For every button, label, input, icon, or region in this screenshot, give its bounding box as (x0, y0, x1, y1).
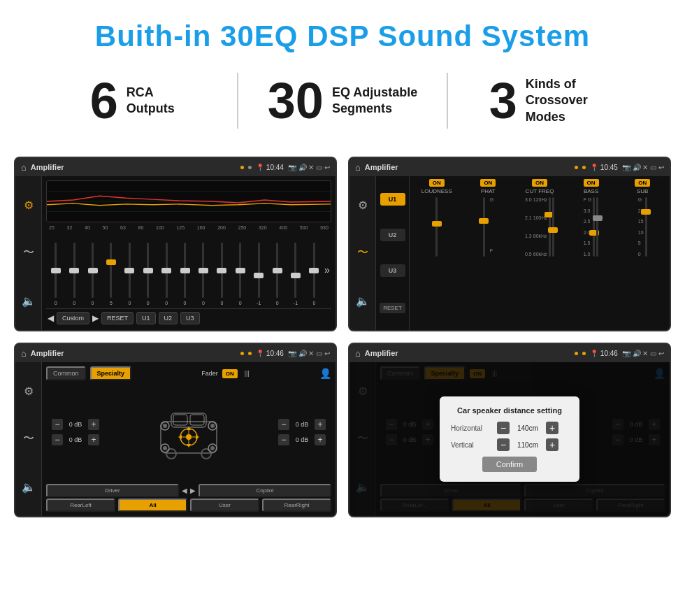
eq-slider-11[interactable]: 0 (232, 243, 248, 306)
eq-slider-4[interactable]: 5 (103, 243, 119, 306)
dialog-horizontal-plus[interactable]: + (546, 422, 558, 434)
db-minus-4[interactable]: − (278, 434, 289, 445)
stat-rca-label: RCAOutputs (127, 85, 175, 117)
page-title: Buith-in 30EQ DSP Sound System (0, 0, 685, 66)
dialog-vertical-row: Vertical − 110cm + (451, 438, 568, 451)
eq-play-button[interactable]: ▶ (92, 313, 99, 323)
cutfreq-on-badge[interactable]: ON (532, 179, 547, 187)
db-plus-3[interactable]: + (315, 419, 326, 430)
eq-slider-13[interactable]: 0 (269, 243, 285, 306)
home-icon-2[interactable]: ⌂ (355, 162, 361, 173)
sidebar-speaker-icon[interactable]: 🔈 (22, 294, 36, 308)
sidebar-wave-icon-3[interactable]: 〜 (23, 431, 34, 446)
sub-slider[interactable] (645, 197, 647, 257)
svg-point-10 (163, 424, 167, 428)
eq-slider-7[interactable]: 0 (158, 243, 174, 306)
fader-common-tab[interactable]: Common (46, 366, 86, 380)
eq-slider-8[interactable]: 0 (177, 243, 193, 306)
bass-on-badge[interactable]: ON (584, 179, 599, 187)
eq-slider-3[interactable]: 0 (85, 243, 101, 306)
bass-slider-1[interactable] (593, 197, 595, 257)
eq-more-icon[interactable]: » (324, 264, 330, 275)
eq-slider-5[interactable]: 0 (122, 243, 138, 306)
sidebar-3: ⚙ 〜 🔈 (15, 362, 42, 516)
sidebar-wave-icon[interactable]: 〜 (23, 245, 34, 260)
zone-copilot-btn[interactable]: Copilot (199, 484, 331, 497)
car-diagram (105, 383, 273, 481)
topbar-dot-7 (575, 352, 578, 355)
screen-content-4: ⚙ 〜 🔈 Common Specialty ON ||| 👤 − 0 dB (349, 362, 670, 516)
screens-grid: ⌂ Amplifier 📍 10:44 📷 🔊 ✕ ▭ ↩ ⚙ 〜 🔈 (0, 150, 685, 531)
fader-bars: ||| (245, 370, 250, 377)
fader-bottom-row-2: RearLeft All User RearRight (46, 499, 331, 512)
eq-slider-15[interactable]: 0 (306, 243, 322, 306)
home-icon-3[interactable]: ⌂ (21, 348, 27, 359)
loudness-slider[interactable] (435, 197, 438, 257)
zone-driver-btn[interactable]: Driver (46, 484, 179, 497)
topbar-2: ⌂ Amplifier 📍 10:45 📷 🔊 ✕ ▭ ↩ (349, 158, 670, 176)
eq-slider-2[interactable]: 0 (66, 243, 82, 306)
dialog-confirm-button[interactable]: Confirm (482, 457, 538, 472)
db-minus-2[interactable]: − (52, 434, 63, 445)
phat-on-badge[interactable]: ON (480, 179, 496, 187)
crossover-u3-btn[interactable]: U3 (380, 264, 405, 277)
eq-slider-9[interactable]: 0 (195, 243, 211, 306)
db-plus-4[interactable]: + (315, 434, 326, 445)
sidebar-speaker-icon-3[interactable]: 🔈 (22, 480, 36, 494)
eq-slider-12[interactable]: -1 (250, 243, 266, 306)
zone-rearleft-btn[interactable]: RearLeft (46, 499, 115, 512)
arrow-left-icon[interactable]: ◀ (182, 487, 187, 494)
zone-all-btn[interactable]: All (118, 499, 187, 512)
zone-user-btn[interactable]: User (190, 499, 259, 512)
fader-specialty-tab[interactable]: Specialty (90, 366, 132, 380)
home-icon-4[interactable]: ⌂ (355, 348, 361, 359)
dialog-overlay: Car speaker distance setting Horizontal … (349, 362, 670, 516)
db-minus-1[interactable]: − (52, 419, 63, 430)
fader-on-badge[interactable]: ON (222, 369, 238, 378)
eq-slider-10[interactable]: 0 (214, 243, 230, 306)
topbar-title-1: Amplifier (31, 163, 236, 171)
topbar-dot-2 (248, 166, 252, 169)
stat-crossover-number: 3 (489, 76, 517, 126)
eq-u1-button[interactable]: U1 (136, 312, 156, 324)
eq-reset-button[interactable]: RESET (101, 312, 134, 324)
db-plus-2[interactable]: + (88, 434, 99, 445)
eq-slider-6[interactable]: 0 (140, 243, 156, 306)
fader-main: Common Specialty Fader ON ||| 👤 − 0 dB + (42, 362, 336, 516)
eq-prev-button[interactable]: ◀ (48, 313, 54, 323)
sidebar-eq-icon[interactable]: ⚙ (24, 199, 34, 212)
eq-slider-14[interactable]: -1 (287, 243, 303, 306)
sidebar-eq-icon-3[interactable]: ⚙ (24, 385, 34, 398)
db-control-1: − 0 dB + (52, 419, 99, 430)
sidebar-eq-icon-2[interactable]: ⚙ (358, 199, 368, 212)
home-icon-1[interactable]: ⌂ (21, 162, 27, 173)
cutfreq-slider-2[interactable] (552, 197, 554, 257)
stat-crossover-label: Kinds ofCrossover Modes (526, 76, 616, 125)
crossover-u2-btn[interactable]: U2 (380, 229, 405, 241)
eq-u3-button[interactable]: U3 (180, 312, 200, 324)
db-minus-3[interactable]: − (278, 419, 289, 430)
dialog-horizontal-minus[interactable]: − (497, 422, 510, 434)
loudness-on-badge[interactable]: ON (429, 179, 445, 187)
dialog-vertical-plus[interactable]: + (546, 438, 558, 451)
crossover-reset-btn[interactable]: RESET (380, 303, 405, 313)
db-plus-1[interactable]: + (88, 419, 99, 430)
fader-car-area: − 0 dB + − 0 dB + (46, 383, 331, 481)
dialog-vertical-label: Vertical (451, 441, 493, 449)
bass-slider-2[interactable] (596, 197, 598, 257)
dialog-vertical-minus[interactable]: − (497, 438, 510, 451)
eq-u2-button[interactable]: U2 (159, 312, 178, 324)
stat-eq-number: 30 (268, 76, 324, 126)
sidebar-wave-icon-2[interactable]: 〜 (357, 245, 368, 260)
sidebar-speaker-icon-2[interactable]: 🔈 (356, 294, 370, 308)
phat-slider[interactable] (483, 197, 485, 257)
arrow-right-icon[interactable]: ▶ (190, 487, 196, 494)
sub-on-badge[interactable]: ON (635, 179, 650, 187)
eq-custom-button[interactable]: Custom (57, 312, 89, 324)
crossover-u1-btn[interactable]: U1 (380, 193, 405, 206)
eq-slider-1[interactable]: 0 (48, 243, 64, 306)
zone-rearright-btn[interactable]: RearRight (262, 499, 331, 512)
fader-user-icon[interactable]: 👤 (319, 368, 331, 379)
dialog-horizontal-value: 140cm (514, 424, 542, 432)
channel-bass: ON BASS F G3.02.52.01.51.0 (567, 179, 616, 257)
